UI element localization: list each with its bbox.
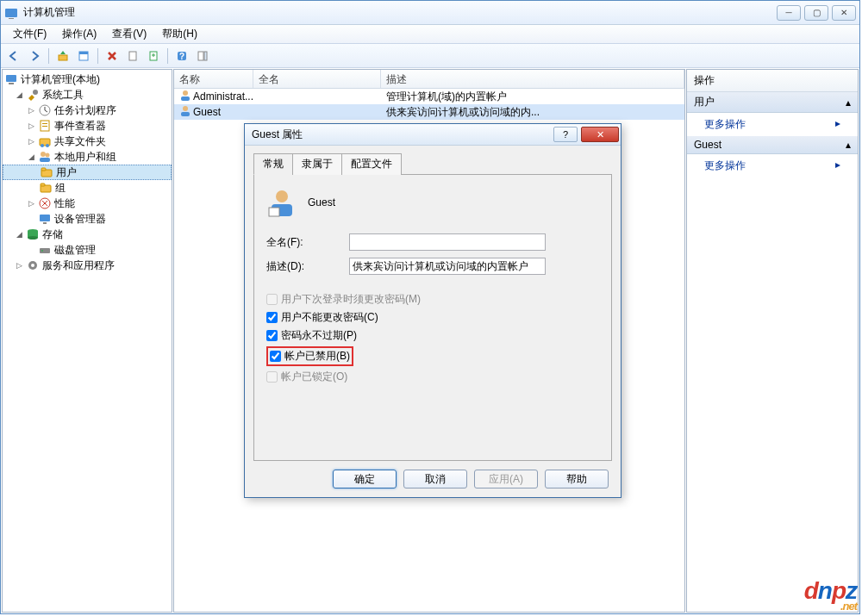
- show-action-pane-button[interactable]: [193, 47, 212, 65]
- fullname-input[interactable]: [349, 233, 546, 251]
- menubar: 文件(F) 操作(A) 查看(V) 帮助(H): [1, 25, 859, 44]
- titlebar: 计算机管理 ─ ▢ ✕: [1, 1, 859, 25]
- tree-storage[interactable]: ◢ 存储: [3, 227, 172, 242]
- tree-label: 用户: [56, 165, 77, 180]
- chk-neverexpire[interactable]: [266, 330, 278, 341]
- tree-users[interactable]: 用户: [3, 165, 172, 180]
- user-icon: [179, 90, 191, 104]
- col-desc[interactable]: 描述: [381, 70, 684, 88]
- tree-systools[interactable]: ◢ 系统工具: [3, 87, 172, 103]
- menu-file[interactable]: 文件(F): [6, 25, 53, 43]
- collapse-icon: ▴: [846, 96, 851, 109]
- tree-eventviewer[interactable]: ▷ 事件查看器: [3, 118, 172, 134]
- tree-root[interactable]: 计算机管理(本地): [3, 72, 172, 87]
- tree-localusers[interactable]: ◢ 本地用户和组: [3, 149, 172, 165]
- svg-point-38: [183, 90, 188, 96]
- chk-disabled-label[interactable]: 帐户已禁用(B): [284, 349, 350, 364]
- expander-icon[interactable]: ▷: [27, 121, 36, 131]
- expander-icon[interactable]: ◢: [27, 152, 36, 162]
- apply-button[interactable]: 应用(A): [474, 470, 538, 488]
- dialog-help-button[interactable]: ?: [553, 127, 578, 142]
- action-section-guest[interactable]: Guest ▴: [687, 136, 858, 154]
- user-icon: [179, 105, 191, 120]
- tree-panel[interactable]: 计算机管理(本地) ◢ 系统工具 ▷ 任务计划程序 ▷ 事件查看器: [2, 69, 172, 613]
- svg-point-19: [41, 144, 44, 147]
- properties-button[interactable]: [74, 47, 93, 65]
- svg-rect-4: [79, 52, 88, 54]
- menu-view[interactable]: 查看(V): [105, 25, 153, 43]
- chk-cannotchange[interactable]: [266, 312, 278, 323]
- up-button[interactable]: [53, 47, 72, 65]
- tools-icon: [26, 88, 40, 102]
- desc-input[interactable]: [349, 258, 546, 275]
- tree-services[interactable]: ▷ 服务和应用程序: [3, 258, 172, 273]
- tree-performance[interactable]: ▷ 性能: [3, 196, 172, 211]
- maximize-button[interactable]: ▢: [804, 5, 828, 21]
- svg-text:?: ?: [179, 52, 184, 61]
- svg-rect-27: [41, 184, 45, 186]
- expander-icon[interactable]: ◢: [15, 230, 24, 240]
- help-button[interactable]: 帮助: [545, 470, 609, 488]
- col-fullname[interactable]: 全名: [253, 70, 381, 88]
- svg-point-21: [41, 152, 46, 157]
- close-button[interactable]: ✕: [832, 5, 856, 21]
- tree-groups[interactable]: 组: [3, 180, 172, 196]
- menu-help[interactable]: 帮助(H): [155, 25, 204, 43]
- tree-diskmgmt[interactable]: ▷ 磁盘管理: [3, 242, 172, 258]
- fullname-label: 全名(F):: [266, 235, 342, 250]
- dialog-close-button[interactable]: ✕: [581, 127, 619, 142]
- nav-back-button[interactable]: [4, 47, 23, 65]
- chk-cannotchange-label[interactable]: 用户不能更改密码(C): [281, 310, 378, 325]
- svg-point-37: [31, 264, 34, 267]
- tab-memberof[interactable]: 隶属于: [292, 153, 342, 175]
- nav-forward-button[interactable]: [25, 47, 44, 65]
- share-icon: [38, 134, 52, 148]
- action-link-label: 更多操作: [704, 117, 746, 132]
- tree-taskscheduler[interactable]: ▷ 任务计划程序: [3, 103, 172, 118]
- svg-rect-16: [42, 123, 47, 124]
- tree-label: 本地用户和组: [54, 150, 116, 165]
- chk-disabled[interactable]: [270, 351, 281, 362]
- svg-rect-17: [42, 126, 47, 127]
- action-more-guest[interactable]: 更多操作 ▸: [687, 154, 858, 177]
- action-section-users[interactable]: 用户 ▴: [687, 92, 858, 113]
- svg-rect-5: [129, 52, 136, 60]
- expander-icon[interactable]: ▷: [27, 106, 36, 115]
- chevron-right-icon: ▸: [835, 117, 840, 132]
- action-section-label: Guest: [694, 139, 721, 151]
- export-button[interactable]: [144, 47, 163, 65]
- computer-icon: [4, 72, 18, 86]
- cancel-button[interactable]: 取消: [403, 470, 467, 488]
- action-more-users[interactable]: 更多操作 ▸: [687, 113, 858, 136]
- storage-icon: [26, 227, 40, 241]
- col-name[interactable]: 名称: [174, 70, 253, 88]
- tree-sharedfolders[interactable]: ▷ 共享文件夹: [3, 134, 172, 149]
- tree-label: 组: [55, 181, 66, 196]
- svg-rect-30: [43, 222, 47, 224]
- expander-icon[interactable]: ▷: [27, 137, 36, 146]
- ok-button[interactable]: 确定: [333, 470, 397, 488]
- action-section-label: 用户: [694, 95, 715, 109]
- tab-profile[interactable]: 配置文件: [341, 153, 402, 175]
- tab-general[interactable]: 常规: [253, 153, 293, 175]
- properties-dialog: Guest 属性 ? ✕ 常规 隶属于 配置文件 Guest 全名(F): 描述…: [244, 123, 622, 498]
- svg-rect-41: [181, 112, 190, 116]
- menu-action[interactable]: 操作(A): [55, 25, 103, 43]
- expander-icon[interactable]: ◢: [15, 90, 24, 100]
- services-icon: [26, 258, 40, 272]
- delete-button[interactable]: [103, 47, 122, 65]
- disabled-highlight: 帐户已禁用(B): [266, 346, 353, 366]
- expander-icon[interactable]: ▷: [27, 199, 36, 208]
- tree-label: 共享文件夹: [54, 134, 106, 149]
- expander-icon[interactable]: ▷: [15, 261, 24, 271]
- cell-desc: 管理计算机(域)的内置帐户: [381, 90, 512, 104]
- dialog-titlebar[interactable]: Guest 属性 ? ✕: [245, 124, 621, 146]
- chk-neverexpire-label[interactable]: 密码永不过期(P): [281, 328, 357, 343]
- list-row[interactable]: Administrat... 管理计算机(域)的内置帐户: [174, 89, 684, 104]
- refresh-button[interactable]: [123, 47, 142, 65]
- minimize-button[interactable]: ─: [777, 5, 801, 21]
- svg-point-22: [46, 153, 50, 158]
- help-button[interactable]: ?: [172, 47, 191, 65]
- tree-devmgr[interactable]: ▷ 设备管理器: [3, 211, 172, 227]
- list-row[interactable]: Guest 供来宾访问计算机或访问域的内...: [174, 104, 684, 120]
